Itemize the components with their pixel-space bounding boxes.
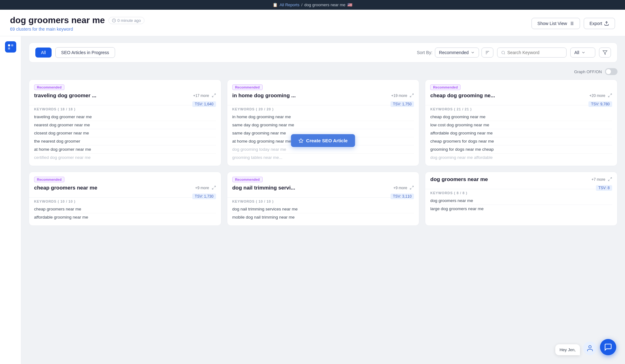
top-bar: 📋 All Reports / dog groomers near me 🇺🇸 xyxy=(0,0,625,10)
keyword-item: nearest dog groomer near me xyxy=(34,121,216,129)
card-title-row: dog groomers near me +7 more xyxy=(430,176,612,183)
keyword-card-1: Recommended traveling dog groomer ... +1… xyxy=(29,79,221,166)
keyword-item: dog grooming near me affordable xyxy=(430,154,612,161)
timestamp-text: 0 minute ago xyxy=(117,18,141,23)
page-title-row: dog groomers near me 0 minute ago xyxy=(10,15,144,25)
tsv-badge: TSV: 8 xyxy=(596,185,612,191)
expand-icon[interactable] xyxy=(212,93,216,99)
keyword-item: certified dog groomer near me xyxy=(34,154,216,161)
chat-avatar xyxy=(583,341,597,355)
logo-icon xyxy=(7,43,14,50)
page-header: dog groomers near me 0 minute ago 69 clu… xyxy=(0,10,625,36)
keyword-card-6: dog groomers near me +7 more TSV: 8 KEYW… xyxy=(425,172,617,226)
search-input-wrap[interactable] xyxy=(497,48,567,58)
svg-line-24 xyxy=(212,188,213,189)
tab-seo-articles[interactable]: SEO Articles in Progress xyxy=(55,47,115,58)
filter-button[interactable] xyxy=(599,48,611,58)
keywords-label: KEYWORDS ( 10 / 10 ) xyxy=(29,200,221,203)
card-more: +9 more xyxy=(195,186,209,190)
export-button[interactable]: Export xyxy=(584,18,615,29)
expand-icon[interactable] xyxy=(410,93,414,99)
keyword-item: large dog groomers near me xyxy=(430,205,612,213)
expand-icon[interactable] xyxy=(212,185,216,191)
sort-select[interactable]: Recommended xyxy=(435,48,479,58)
sort-order-button[interactable] xyxy=(481,48,493,58)
svg-rect-9 xyxy=(11,44,13,46)
magic-icon xyxy=(299,138,304,143)
all-reports-link[interactable]: All Reports xyxy=(280,3,300,7)
keywords-label: KEYWORDS ( 8 / 8 ) xyxy=(425,191,617,195)
expand-icon[interactable] xyxy=(410,185,414,191)
keyword-item: cheap groomers for dogs near me xyxy=(430,137,612,145)
card-title-row: dog nail trimming servi... +9 more xyxy=(232,185,414,191)
svg-line-27 xyxy=(610,178,612,179)
card-header: Recommended cheap dog grooming ne... +20… xyxy=(425,80,617,102)
svg-marker-16 xyxy=(603,51,607,54)
svg-point-29 xyxy=(589,346,591,348)
svg-line-26 xyxy=(410,188,411,189)
tsv-badge: TSV: 3,110 xyxy=(391,194,414,199)
filter-bar: All SEO Articles in Progress Sort By: Re… xyxy=(29,43,617,63)
search-input[interactable] xyxy=(507,50,563,55)
card-title-row: cheap dog grooming ne... +20 more xyxy=(430,93,612,99)
keyword-item: affordable grooming near me xyxy=(34,213,216,221)
chat-message: Hey Jen, xyxy=(555,344,580,355)
card-more: +19 more xyxy=(391,94,407,98)
category-chevron-icon xyxy=(581,50,586,55)
card-title: cheap groomers near me xyxy=(34,185,193,191)
svg-line-15 xyxy=(504,53,505,54)
card-title-row: traveling dog groomer ... +17 more xyxy=(34,93,216,99)
keyword-item: low cost dog grooming near me xyxy=(430,121,612,129)
expand-icon[interactable] xyxy=(608,177,612,182)
card-divider xyxy=(425,105,588,105)
keyword-item: affordable dog grooming near me xyxy=(430,129,612,137)
sort-value: Recommended xyxy=(439,50,469,55)
header-left: dog groomers near me 0 minute ago 69 clu… xyxy=(10,15,144,32)
breadcrumb-icon: 📋 xyxy=(273,3,278,7)
show-list-view-button[interactable]: Show List View xyxy=(532,18,580,29)
current-report-label: dog groomers near me xyxy=(304,3,345,7)
card-header: dog groomers near me +7 more TSV: 8 xyxy=(425,172,617,186)
card-title: cheap dog grooming ne... xyxy=(430,93,587,99)
graph-toggle-row: Graph OFF/ON xyxy=(29,68,617,75)
tsv-badge: TSV: 9,780 xyxy=(588,101,612,107)
cluster-count: 69 clusters for the main keyword xyxy=(10,27,144,32)
create-seo-article-button[interactable]: Create SEO Article xyxy=(291,134,355,147)
keyword-item: cheap groomers near me xyxy=(34,205,216,213)
card-title: dog nail trimming servi... xyxy=(232,185,391,191)
page-title: dog groomers near me xyxy=(10,15,105,25)
card-title: in home dog grooming ... xyxy=(232,93,389,99)
keyword-item: closest dog groomer near me xyxy=(34,129,216,137)
show-list-view-label: Show List View xyxy=(537,21,567,26)
sidebar-logo[interactable] xyxy=(5,41,16,53)
keywords-label: KEYWORDS ( 21 / 21 ) xyxy=(425,107,617,111)
keyword-list: cheap dog grooming near melow cost dog g… xyxy=(425,113,617,166)
keyword-card-3: Recommended cheap dog grooming ne... +20… xyxy=(425,79,617,166)
card-divider xyxy=(29,105,192,105)
keyword-list: cheap groomers near meaffordable groomin… xyxy=(29,205,221,225)
keyword-item: in home dog grooming near me xyxy=(232,113,414,121)
flag-icon: 🇺🇸 xyxy=(347,3,352,7)
category-select[interactable]: All xyxy=(570,48,595,58)
keyword-item: dog nail trimming services near me xyxy=(232,205,414,213)
svg-line-17 xyxy=(214,94,215,95)
card-divider xyxy=(425,189,596,189)
card-more: +20 more xyxy=(589,94,605,98)
cta-overlay: Create SEO Article xyxy=(291,134,355,147)
card-title: traveling dog groomer ... xyxy=(34,93,191,99)
chat-fab[interactable] xyxy=(600,339,616,355)
svg-line-25 xyxy=(412,186,413,187)
expand-icon[interactable] xyxy=(608,93,612,99)
keyword-list: traveling dog groomer near menearest dog… xyxy=(29,113,221,166)
keyword-item: grooming tables near me... xyxy=(232,154,414,161)
card-header: Recommended in home dog grooming ... +19… xyxy=(227,80,419,102)
export-label: Export xyxy=(590,21,602,26)
graph-toggle-switch[interactable] xyxy=(605,68,617,75)
svg-line-22 xyxy=(608,96,610,97)
keywords-label: KEYWORDS ( 20 / 20 ) xyxy=(227,107,419,111)
card-divider xyxy=(29,197,192,198)
cards-grid: Recommended traveling dog groomer ... +1… xyxy=(29,79,617,226)
tsv-badge: TSV: 1,730 xyxy=(192,194,216,199)
category-value: All xyxy=(574,50,579,55)
tab-all[interactable]: All xyxy=(35,48,52,58)
